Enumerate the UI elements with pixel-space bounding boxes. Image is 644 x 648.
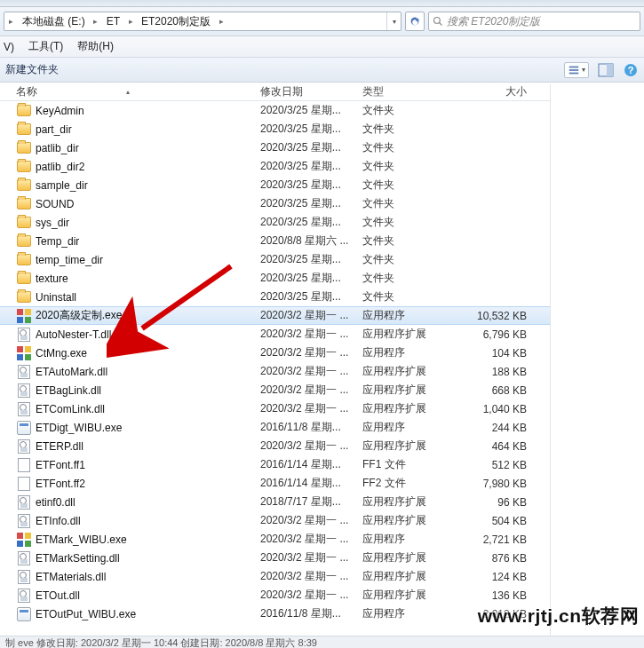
file-name: patlib_dir (36, 142, 260, 154)
file-size: 464 KB (463, 440, 543, 453)
file-type: 文件夹 (362, 178, 463, 193)
file-row[interactable]: Uninstall2020/3/25 星期...文件夹 (0, 288, 644, 306)
exe-icon (17, 607, 31, 621)
breadcrumb-back-icon[interactable]: ▸ (4, 12, 17, 30)
breadcrumb-dropdown-icon[interactable]: ▾ (386, 12, 401, 30)
file-type: 文件夹 (362, 252, 463, 267)
file-row[interactable]: sys_dir2020/3/25 星期...文件夹 (0, 213, 644, 232)
chevron-right-icon[interactable]: ▸ (125, 17, 136, 26)
titlebar-shadow (0, 0, 644, 7)
column-date-header[interactable]: 修改日期 (260, 84, 362, 99)
chevron-down-icon: ▾ (582, 66, 585, 74)
preview-pane (550, 84, 644, 636)
file-type: 文件夹 (362, 289, 463, 304)
dll-icon (18, 495, 30, 510)
file-date: 2020/3/2 星期一 ... (260, 439, 362, 454)
chevron-right-icon[interactable]: ▸ (91, 17, 101, 26)
file-size: 104 KB (463, 347, 543, 360)
file-type: 应用程序扩展 (362, 364, 463, 379)
dll-icon (18, 328, 30, 342)
file-row[interactable]: ETERP.dll2020/3/2 星期一 ...应用程序扩展464 KB (0, 437, 644, 455)
file-row[interactable]: ETMaterials.dll2020/3/2 星期一 ...应用程序扩展124… (0, 567, 644, 586)
file-name: SOUND (36, 198, 260, 210)
breadcrumb[interactable]: ▸ 本地磁盘 (E:) ▸ ET ▸ ET2020制定版 ▸ ▾ (4, 12, 402, 31)
search-placeholder: 搜索 ET2020制定版 (447, 14, 540, 29)
file-row[interactable]: patlib_dir2020/3/25 星期...文件夹 (0, 138, 644, 157)
file-row[interactable]: ETAutoMark.dll2020/3/2 星期一 ...应用程序扩展188 … (0, 362, 644, 381)
file-date: 2020/3/2 星期一 ... (260, 513, 362, 528)
file-row[interactable]: ETMarkSetting.dll2020/3/2 星期一 ...应用程序扩展8… (0, 549, 644, 567)
file-row[interactable]: ETComLink.dll2020/3/2 星期一 ...应用程序扩展1,040… (0, 399, 644, 418)
breadcrumb-segment-et[interactable]: ET ▸ (101, 12, 136, 30)
file-type: 应用程序扩展 (362, 327, 463, 342)
breadcrumb-segment-current[interactable]: ET2020制定版 ▸ (136, 12, 227, 30)
file-row[interactable]: etinf0.dll2018/7/17 星期...应用程序扩展96 KB (0, 493, 644, 511)
file-row[interactable]: patlib_dir22020/3/25 星期...文件夹 (0, 157, 644, 176)
file-name: ETFont.ff2 (36, 478, 260, 490)
breadcrumb-label: ET2020制定版 (136, 14, 216, 29)
dll-icon (18, 365, 30, 379)
menu-view[interactable]: V) (4, 41, 14, 53)
file-row[interactable]: temp_time_dir2020/3/25 星期...文件夹 (0, 250, 644, 269)
file-date: 2020/3/2 星期一 ... (260, 550, 362, 565)
dll-icon (18, 439, 30, 454)
column-name-header[interactable]: 名称 (16, 84, 37, 99)
search-icon (429, 16, 447, 27)
file-name: ETAutoMark.dll (36, 366, 260, 378)
view-mode-button[interactable]: ▾ (564, 62, 589, 78)
file-name: ETInfo.dll (36, 515, 260, 527)
file-type: 应用程序扩展 (362, 513, 463, 528)
file-row[interactable]: ETFont.ff22016/1/14 星期...FF2 文件7,980 KB (0, 474, 644, 493)
file-date: 2020/3/2 星期一 ... (260, 569, 362, 584)
file-row[interactable]: ETDigt_WIBU.exe2016/11/8 星期...应用程序244 KB (0, 418, 644, 437)
breadcrumb-segment-drive[interactable]: 本地磁盘 (E:) ▸ (17, 12, 101, 30)
file-row[interactable]: ETOut.dll2020/3/2 星期一 ...应用程序扩展136 KB (0, 586, 644, 605)
column-headers: 名称 ▴ 修改日期 类型 大小 (0, 83, 644, 101)
file-name: ETOutPut_WIBU.exe (36, 608, 260, 620)
menu-help[interactable]: 帮助(H) (77, 39, 114, 54)
file-type: FF2 文件 (362, 476, 463, 491)
file-row[interactable]: AutoNester-T.dll2020/3/2 星期一 ...应用程序扩展6,… (0, 325, 644, 344)
file-list[interactable]: KeyAdmin2020/3/25 星期...文件夹part_dir2020/3… (0, 101, 644, 631)
file-date: 2020/3/2 星期一 ... (260, 401, 362, 416)
file-type: 文件夹 (362, 233, 463, 249)
file-row[interactable]: CtMng.exe2020/3/2 星期一 ...应用程序104 KB (0, 344, 644, 362)
file-type: 应用程序 (362, 606, 463, 621)
menu-tools[interactable]: 工具(T) (28, 39, 63, 54)
file-row[interactable]: part_dir2020/3/25 星期...文件夹 (0, 120, 644, 138)
new-folder-button[interactable]: 新建文件夹 (5, 62, 59, 77)
preview-pane-button[interactable] (598, 62, 614, 78)
refresh-button[interactable] (405, 12, 425, 31)
file-row[interactable]: 2020高级定制.exe2020/3/2 星期一 ...应用程序10,532 K… (0, 306, 644, 325)
search-input[interactable]: 搜索 ET2020制定版 (428, 12, 640, 31)
file-row[interactable]: sample_dir2020/3/25 星期...文件夹 (0, 176, 644, 194)
file-row[interactable]: ETBagLink.dll2020/3/2 星期一 ...应用程序扩展668 K… (0, 381, 644, 399)
help-button[interactable]: ? (623, 62, 639, 78)
file-row[interactable]: ETFont.ff12016/1/14 星期...FF1 文件512 KB (0, 455, 644, 474)
file-name: patlib_dir2 (36, 161, 260, 173)
file-row[interactable]: SOUND2020/3/25 星期...文件夹 (0, 194, 644, 213)
file-date: 2016/11/8 星期... (260, 606, 362, 621)
file-row[interactable]: texture2020/3/25 星期...文件夹 (0, 269, 644, 288)
folder-icon (17, 254, 31, 265)
file-row[interactable]: ETInfo.dll2020/3/2 星期一 ...应用程序扩展504 KB (0, 511, 644, 530)
file-date: 2020/3/25 星期... (260, 103, 362, 118)
file-date: 2020/3/25 星期... (260, 196, 362, 211)
file-name: ETDigt_WIBU.exe (36, 422, 260, 434)
column-size-header[interactable]: 大小 (463, 84, 543, 99)
chevron-right-icon[interactable]: ▸ (216, 17, 227, 26)
file-row[interactable]: KeyAdmin2020/3/25 星期...文件夹 (0, 101, 644, 120)
folder-icon (17, 217, 31, 228)
dll-icon (18, 402, 30, 416)
file-size: 188 KB (463, 366, 543, 378)
file-date: 2020/3/25 星期... (260, 215, 362, 230)
file-type: 应用程序扩展 (362, 494, 463, 510)
file-row[interactable]: Temp_dir2020/8/8 星期六 ...文件夹 (0, 232, 644, 250)
column-type-header[interactable]: 类型 (362, 84, 463, 99)
folder-icon (17, 179, 31, 191)
file-row[interactable]: ETMark_WIBU.exe2020/3/2 星期一 ...应用程序2,721… (0, 530, 644, 549)
exe-icon (17, 533, 31, 547)
file-type: 文件夹 (362, 159, 463, 174)
file-name: ETERP.dll (36, 440, 260, 453)
file-date: 2020/3/2 星期一 ... (260, 327, 362, 342)
